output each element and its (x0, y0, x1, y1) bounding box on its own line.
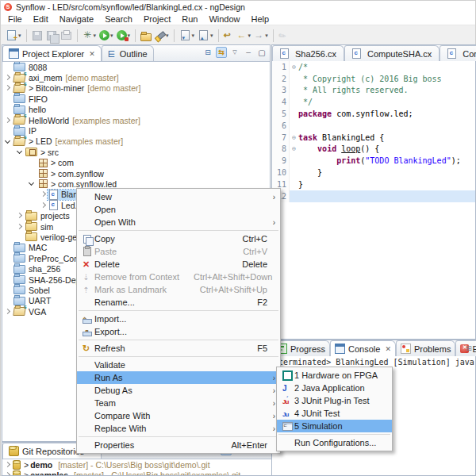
tree-row[interactable]: hello (3, 105, 269, 115)
tree-row[interactable]: 8088 (3, 62, 269, 72)
tree-row[interactable]: > Bitcoin-miner[demo master] (3, 83, 269, 94)
editor-tab[interactable]: ComputeW.cx (440, 45, 476, 61)
menu-item-replace-with[interactable]: Replace With› (77, 422, 280, 435)
menu-item-open-with[interactable]: Open With› (77, 216, 280, 228)
menu-item-4-junit-test[interactable]: 4 JUnit Test (277, 407, 392, 420)
editor-tab[interactable]: ComputeSHA.cx (344, 45, 440, 61)
tab-problems[interactable]: Problems (396, 340, 455, 356)
git-repository-row[interactable]: > demo[master] - C:\Users\Big boss\git\d… (3, 459, 274, 470)
link-with-editor-icon[interactable] (216, 47, 227, 58)
menu-item-debug-as[interactable]: Debug As› (77, 384, 280, 397)
menu-item-5-simulation[interactable]: 5 Simulation (277, 420, 392, 432)
next-annotation-button[interactable]: ▾ (196, 29, 215, 43)
menu-file[interactable]: File (2, 13, 28, 25)
expander-collapsed-icon[interactable] (3, 86, 12, 90)
save-button (30, 29, 44, 43)
menu-item-import[interactable]: Import... (77, 313, 280, 325)
dropdown-arrow-icon[interactable]: ▾ (18, 33, 21, 39)
menu-edit[interactable]: Edit (28, 13, 54, 25)
menu-search[interactable]: Search (99, 13, 138, 25)
menu-item-2-java-application[interactable]: 2 Java Application (277, 382, 392, 394)
menu-navigate[interactable]: Navigate (54, 13, 99, 25)
generate-button[interactable]: ▾ (81, 29, 98, 43)
close-icon[interactable]: ✕ (385, 345, 391, 353)
run-external-button[interactable]: ▾ (115, 29, 132, 43)
tree-row[interactable]: HelloWorld[examples master] (3, 115, 269, 125)
menu-item-team[interactable]: Team› (77, 397, 280, 409)
menu-item-copy[interactable]: CopyCtrl+C (77, 232, 280, 245)
expander-collapsed-icon[interactable] (15, 225, 24, 228)
tab-console[interactable]: Console✕ (330, 340, 396, 356)
dropdown-arrow-icon[interactable]: ▾ (265, 33, 268, 39)
menu-item-run-configurations[interactable]: Run Configurations... (277, 436, 392, 449)
close-icon[interactable]: ✕ (89, 50, 95, 58)
search-button[interactable]: ▾ (153, 29, 171, 43)
dropdown-arrow-icon[interactable]: ▾ (110, 33, 113, 39)
menu-item-open[interactable]: Open (77, 203, 280, 216)
menu-item-properties[interactable]: PropertiesAlt+Enter (77, 439, 280, 451)
file-cx-icon (49, 200, 58, 210)
new-wizard-button[interactable]: ▾ (4, 29, 23, 43)
menu-item-run-as[interactable]: Run As› (77, 371, 280, 384)
expander-collapsed-icon[interactable] (39, 204, 48, 207)
tree-row[interactable]: > com.synflow (3, 168, 269, 178)
mark-occurrences-button[interactable]: ▾ (178, 29, 197, 43)
dropdown-arrow-icon[interactable]: ▾ (192, 33, 195, 39)
tree-row[interactable]: > com (3, 158, 269, 168)
tree-item-text: > com (51, 158, 74, 167)
fold-marker-icon[interactable]: ⊖ (289, 61, 298, 73)
expander-collapsed-icon[interactable] (3, 119, 12, 122)
tree-row[interactable]: axi_mem[demo master] (3, 72, 269, 83)
expander-collapsed-icon[interactable] (3, 310, 12, 313)
tree-row[interactable]: > src (3, 147, 269, 157)
expander-collapsed-icon[interactable] (3, 463, 12, 466)
view-toolbar-overflow-icon[interactable] (463, 343, 474, 354)
fold-marker-icon[interactable]: ⊖ (289, 132, 298, 144)
tree-row[interactable]: IP (3, 125, 269, 136)
code-line: 5package com.synflow.led; (272, 108, 475, 120)
expander-expanded-icon[interactable] (15, 151, 24, 153)
dropdown-arrow-icon[interactable]: ▾ (248, 33, 251, 39)
menu-item-3-junit-plug-in-test[interactable]: 3 JUnit Plug-in Test (277, 394, 392, 407)
dropdown-arrow-icon[interactable]: ▾ (94, 33, 97, 39)
menu-window[interactable]: Window (203, 13, 245, 25)
expander-collapsed-icon[interactable] (39, 193, 48, 196)
expander-collapsed-icon[interactable] (15, 214, 24, 217)
menu-item-refresh[interactable]: RefreshF5 (77, 342, 280, 355)
maximize-icon[interactable] (256, 47, 267, 58)
menu-item-1-hardware-on-fpga[interactable]: 1 Hardware on FPGA (277, 369, 392, 382)
menu-project[interactable]: Project (138, 13, 176, 25)
copy-glyph (83, 235, 91, 244)
menu-item-delete[interactable]: DeleteDelete (77, 258, 280, 271)
tab-project-explorer[interactable]: Project Explorer ✕ (2, 45, 102, 61)
forward-button[interactable]: ▾ (252, 29, 270, 43)
fold-marker-icon[interactable]: ⊖ (289, 144, 298, 155)
expander-collapsed-icon[interactable] (3, 474, 12, 475)
code-editor[interactable]: 1⊖/*2 * Copyright (c) 2016 Big boss3 * A… (272, 61, 475, 339)
expander-collapsed-icon[interactable] (3, 76, 12, 79)
expander-expanded-icon[interactable] (27, 182, 36, 185)
back-button[interactable]: ▾ (236, 29, 253, 43)
menu-item-export[interactable]: Export... (77, 325, 280, 338)
menu-item-new[interactable]: New› (77, 190, 280, 203)
run-button[interactable]: ▾ (98, 29, 115, 43)
editor-tab[interactable]: Sha256.cx (272, 45, 344, 61)
expander-expanded-icon[interactable] (3, 140, 12, 143)
menu-run[interactable]: Run (176, 13, 203, 25)
tree-row[interactable]: > LED[examples master] (3, 136, 269, 147)
dropdown-arrow-icon[interactable]: ▾ (210, 33, 213, 39)
last-edit-button[interactable] (222, 29, 236, 43)
chevron-icon (40, 191, 46, 197)
tree-row[interactable]: FIFO (3, 94, 269, 104)
git-repository-row[interactable]: > examples[master] - C:\Users\Big boss\g… (3, 470, 274, 476)
view-menu-icon[interactable] (229, 47, 240, 58)
open-project-button[interactable] (139, 29, 153, 43)
code-segment (298, 144, 317, 153)
menu-item-compare-with[interactable]: Compare With› (77, 409, 280, 422)
tab-outline[interactable]: Outline (102, 45, 154, 61)
menu-help[interactable]: Help (246, 13, 275, 25)
minimize-icon[interactable] (243, 47, 254, 58)
menu-item-validate[interactable]: Validate (77, 359, 280, 371)
menu-item-rename[interactable]: Rename...F2 (77, 296, 280, 309)
collapse-all-icon[interactable] (202, 47, 213, 58)
